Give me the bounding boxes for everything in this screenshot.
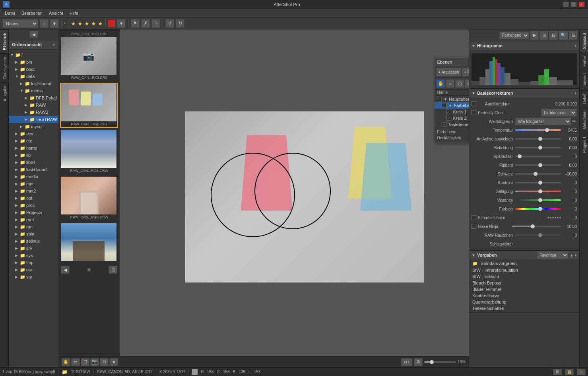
- white-balance-dropdown[interactable]: Wie fotografier: [515, 117, 571, 125]
- thumb-prev-button[interactable]: ◀: [61, 266, 70, 274]
- tree-item-dfb[interactable]: ▶ 📁 DFB Pokal: [9, 94, 58, 101]
- close-button[interactable]: ×: [578, 2, 585, 7]
- exposure-thumb[interactable]: [538, 146, 542, 150]
- layer-item-kreis2[interactable]: ✓ Kreis 2: [435, 115, 469, 121]
- window-controls[interactable]: _ □ ×: [563, 2, 585, 7]
- histogram-add[interactable]: +: [574, 43, 577, 48]
- basic-corrections-add[interactable]: +: [574, 91, 577, 95]
- contrast-thumb[interactable]: [538, 181, 542, 185]
- collapse-panel-button[interactable]: ◀: [29, 31, 38, 38]
- preset-standardvorgaben[interactable]: 📁 Standardvorgaben: [469, 260, 579, 267]
- tree-item-media2[interactable]: ▶ 📁 media: [9, 173, 58, 180]
- rotate-cw-button[interactable]: ↻: [176, 19, 184, 28]
- rotate-ccw-button[interactable]: ↺: [165, 19, 174, 28]
- tree-item-selinux[interactable]: ▶ 📁 selinux: [9, 238, 58, 245]
- preset-tiefere-schatten[interactable]: Tiefere Schatten: [469, 305, 579, 312]
- preset-schlicht[interactable]: SfW - schlicht: [469, 273, 579, 280]
- tree-item-etc[interactable]: ▶ 📁 etc: [9, 137, 58, 144]
- folder-tree-add-button[interactable]: +: [52, 41, 55, 48]
- layer-checkbox[interactable]: [437, 97, 442, 101]
- sharpen-checkbox[interactable]: [472, 215, 476, 220]
- flag-red-button[interactable]: [108, 20, 115, 27]
- layer-checkbox[interactable]: ✓: [442, 122, 446, 127]
- star-4[interactable]: ★: [91, 20, 96, 27]
- perfectly-clear-dropdown[interactable]: Farbton aus: [541, 109, 577, 117]
- minimize-button[interactable]: _: [563, 2, 569, 7]
- layer-item-kreis1[interactable]: ✓ Kreis 1: [435, 109, 469, 115]
- presets-add2[interactable]: +: [574, 253, 577, 257]
- presets-dropdown[interactable]: Favoriten: [537, 251, 569, 259]
- tool-photo[interactable]: 📷: [90, 358, 99, 366]
- align-axis-slider[interactable]: [515, 138, 561, 140]
- presets-add[interactable]: +: [570, 253, 572, 257]
- tree-item-testraw[interactable]: ▶ 📁 TESTRAW: [9, 116, 58, 123]
- menu-view[interactable]: Ansicht: [46, 10, 66, 16]
- exposure-slider[interactable]: [515, 147, 561, 148]
- layer-tool-hand[interactable]: ✋: [436, 79, 445, 88]
- star-5[interactable]: ★: [98, 20, 103, 27]
- tree-item-bin[interactable]: ▶ 📁 bin: [9, 58, 58, 66]
- right-tab-tonwert[interactable]: Tonwert: [580, 70, 588, 90]
- fill-light-slider[interactable]: [515, 164, 561, 166]
- layer-item-farbebene[interactable]: ▼ Farbebene: [435, 102, 469, 109]
- tree-item-usr[interactable]: ▶ 📁 usr: [9, 266, 58, 273]
- autocorrection-checkbox[interactable]: [472, 101, 476, 106]
- histogram-header[interactable]: ▼ Histogramm +: [469, 41, 579, 50]
- thumbnail-item-2[interactable]: RAW_CAN...RGB.CR2: [60, 83, 118, 128]
- thumb-grid-button[interactable]: ⊞: [109, 266, 117, 274]
- preset-kontrastkurve[interactable]: Kontrastkurve: [469, 292, 579, 299]
- saturation-thumb[interactable]: [538, 189, 542, 193]
- menu-edit[interactable]: Bearbeiten: [18, 10, 46, 16]
- tree-item-raw[interactable]: ▶ 📁 RAW: [9, 101, 58, 109]
- flag-dropdown-button[interactable]: ▼: [117, 19, 126, 28]
- menu-help[interactable]: Hilfe: [66, 10, 82, 16]
- flag-marker-button[interactable]: ⚑: [131, 19, 140, 28]
- tree-item-root[interactable]: ▼ 📁 /: [9, 51, 58, 58]
- tree-item-home[interactable]: ▶ 📁 home: [9, 144, 58, 152]
- white-balance-edit-button[interactable]: ✏: [571, 118, 577, 125]
- tree-item-proc[interactable]: ▶ 📁 proc: [9, 202, 58, 209]
- star-3[interactable]: ★: [84, 20, 89, 27]
- right-full-button[interactable]: ⊡: [569, 31, 578, 40]
- maximize-button[interactable]: □: [571, 2, 577, 7]
- zoom-slider[interactable]: [424, 361, 456, 363]
- preset-infrarot[interactable]: SfW - Infrarotsimulation: [469, 267, 579, 273]
- tree-item-raw2[interactable]: ▶ 📁 RAW2: [9, 109, 58, 116]
- tool-crop[interactable]: ⊡: [81, 358, 89, 366]
- tool-paint[interactable]: ✏: [71, 358, 80, 366]
- right-play-button[interactable]: ▶: [530, 31, 539, 40]
- tree-item-lib[interactable]: ▶ 📁 lib: [9, 152, 58, 159]
- sidebar-tab-ausgabe[interactable]: Ausgabe: [0, 82, 8, 104]
- vibrance-slider[interactable]: [515, 199, 561, 201]
- presets-header[interactable]: ▼ Vorgaben Favoriten + +: [469, 251, 579, 259]
- tree-item-data[interactable]: ▼ 📁 data: [9, 73, 58, 80]
- status-lock-button[interactable]: 🔒: [565, 369, 574, 375]
- filter-button[interactable]: ▼: [50, 19, 59, 28]
- layer-dropdown[interactable]: Farbebene: [499, 31, 529, 39]
- raw-noise-slider[interactable]: [515, 234, 561, 236]
- tree-item-srv[interactable]: ▶ 📁 srv: [9, 245, 58, 252]
- thumbnail-item-4[interactable]: RAW_CAN...RGB.CRW: [60, 176, 118, 221]
- noise-ninja-thumb[interactable]: [531, 224, 535, 228]
- status-grid-button[interactable]: ⊞: [553, 369, 562, 375]
- fill-light-thumb[interactable]: [538, 163, 542, 167]
- basic-corrections-header[interactable]: ▼ Basiskorrekturen +: [469, 89, 579, 97]
- tree-item-dev[interactable]: ▶ 📁 dev: [9, 130, 58, 137]
- thumbnail-item-1[interactable]: 📷 RAW_CAN...RK3.CR2: [60, 36, 118, 81]
- tree-item-projects[interactable]: ▶ 📁 Projects: [9, 209, 58, 216]
- tree-item-sbin[interactable]: ▶ 📁 sbin: [9, 230, 58, 238]
- layer-item-testebene[interactable]: ✓ Testebene: [435, 121, 469, 128]
- unflag-button[interactable]: ⚐: [151, 19, 160, 28]
- tool-circle[interactable]: ⊙: [100, 358, 109, 366]
- sort-dropdown[interactable]: Name: [2, 19, 38, 28]
- right-filmstrip-button[interactable]: ⊟: [549, 31, 558, 40]
- sidebar-tab-bibliothek[interactable]: Bibliothek: [0, 29, 8, 53]
- preset-bleach-bypass[interactable]: Bleach Bypass: [469, 280, 579, 286]
- preset-blauer-himmel[interactable]: Blauer Himmel: [469, 286, 579, 292]
- perfectly-clear-checkbox[interactable]: [472, 110, 476, 115]
- hue-slider[interactable]: [515, 208, 561, 210]
- star-2[interactable]: ★: [78, 20, 83, 27]
- settings-button[interactable]: ⚙: [414, 358, 423, 366]
- hue-thumb[interactable]: [538, 207, 542, 211]
- layer-checkbox[interactable]: [442, 103, 446, 108]
